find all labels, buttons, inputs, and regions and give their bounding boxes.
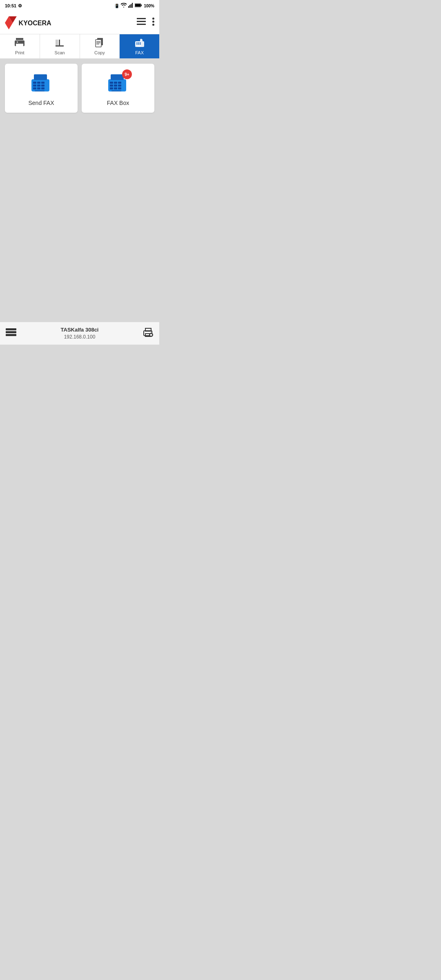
svg-rect-46 xyxy=(41,87,45,89)
svg-point-67 xyxy=(150,334,152,336)
svg-point-13 xyxy=(152,18,154,20)
wifi-icon xyxy=(121,3,127,9)
svg-rect-57 xyxy=(114,87,117,89)
svg-rect-53 xyxy=(110,85,113,87)
main-content: Send FAX xyxy=(0,59,159,322)
status-bar-left: 10:51 ⚙ xyxy=(5,3,22,9)
svg-rect-37 xyxy=(34,74,47,80)
svg-rect-58 xyxy=(118,87,121,89)
bottom-device-info[interactable]: TASKalfa 308ci 192.168.0.100 xyxy=(22,326,137,341)
svg-point-14 xyxy=(152,21,154,23)
svg-rect-38 xyxy=(33,82,36,84)
svg-rect-61 xyxy=(6,331,16,333)
svg-rect-3 xyxy=(132,3,133,8)
printer-settings-icon[interactable] xyxy=(137,327,159,340)
svg-rect-35 xyxy=(137,46,140,47)
svg-rect-24 xyxy=(96,40,101,47)
tab-copy[interactable]: Copy xyxy=(80,34,120,58)
signal-icon xyxy=(128,3,133,9)
svg-text:KYOCERA: KYOCERA xyxy=(19,19,51,26)
header-icons xyxy=(137,18,154,28)
printer-select-icon[interactable] xyxy=(0,328,22,339)
vibrate-icon: 📳 xyxy=(114,4,119,8)
app-header: KYOCERA xyxy=(0,11,159,34)
svg-rect-27 xyxy=(96,44,99,45)
tab-print-label: Print xyxy=(15,50,24,55)
svg-rect-41 xyxy=(33,85,36,87)
svg-rect-2 xyxy=(131,4,131,8)
list-view-icon[interactable] xyxy=(137,18,146,27)
status-bar-right: 📳 100% xyxy=(114,3,154,9)
svg-rect-51 xyxy=(114,82,117,84)
svg-point-15 xyxy=(152,24,154,26)
svg-rect-19 xyxy=(17,42,18,42)
svg-rect-25 xyxy=(96,41,100,42)
kyocera-logo: KYOCERA xyxy=(5,16,64,29)
svg-rect-50 xyxy=(110,82,113,84)
fax-box-card[interactable]: 9+ FAX Box xyxy=(82,64,154,113)
svg-rect-0 xyxy=(128,6,129,8)
svg-rect-43 xyxy=(41,85,45,87)
svg-rect-6 xyxy=(141,4,142,6)
svg-rect-21 xyxy=(59,40,60,45)
device-name: TASKalfa 308ci xyxy=(61,326,99,334)
svg-rect-18 xyxy=(16,44,23,47)
print-icon xyxy=(14,38,25,49)
battery-percent: 100% xyxy=(144,4,154,8)
svg-rect-40 xyxy=(41,82,45,84)
scan-icon xyxy=(55,38,65,49)
tab-scan-label: Scan xyxy=(55,50,65,55)
svg-rect-62 xyxy=(6,334,16,336)
svg-rect-20 xyxy=(56,45,64,47)
tab-bar: Print Scan Copy xyxy=(0,34,159,59)
svg-rect-39 xyxy=(37,82,40,84)
svg-rect-1 xyxy=(129,5,130,8)
tab-print[interactable]: Print xyxy=(0,34,40,58)
send-fax-label: Send FAX xyxy=(28,100,54,106)
copy-icon xyxy=(95,38,105,49)
svg-rect-56 xyxy=(110,87,113,89)
svg-rect-5 xyxy=(135,4,140,7)
send-fax-icon xyxy=(28,70,54,96)
svg-rect-22 xyxy=(56,40,58,45)
tab-fax[interactable]: FAX xyxy=(120,34,159,58)
svg-rect-32 xyxy=(136,44,138,45)
fax-box-badge: 9+ xyxy=(122,69,132,79)
settings-status-icon: ⚙ xyxy=(18,3,22,9)
tab-scan[interactable]: Scan xyxy=(40,34,80,58)
svg-rect-31 xyxy=(140,42,141,43)
svg-rect-45 xyxy=(37,87,40,89)
svg-rect-42 xyxy=(37,85,40,87)
svg-rect-16 xyxy=(16,38,23,40)
svg-rect-47 xyxy=(35,90,45,91)
svg-rect-33 xyxy=(138,44,139,45)
bottom-bar: TASKalfa 308ci 192.168.0.100 xyxy=(0,322,159,345)
svg-rect-12 xyxy=(137,24,146,25)
svg-rect-34 xyxy=(140,44,141,45)
tab-fax-label: FAX xyxy=(135,50,144,55)
svg-rect-29 xyxy=(136,42,138,43)
send-fax-card[interactable]: Send FAX xyxy=(5,64,78,113)
time-display: 10:51 xyxy=(5,3,16,8)
fax-tab-icon xyxy=(134,38,145,49)
svg-rect-59 xyxy=(111,90,121,91)
svg-rect-55 xyxy=(118,85,121,87)
svg-rect-10 xyxy=(137,18,146,19)
status-bar: 10:51 ⚙ 📳 xyxy=(0,0,159,11)
svg-rect-52 xyxy=(118,82,121,84)
svg-rect-26 xyxy=(96,42,100,43)
battery-icon xyxy=(135,3,142,8)
tab-copy-label: Copy xyxy=(94,50,105,55)
svg-rect-11 xyxy=(137,21,146,22)
fax-box-label: FAX Box xyxy=(107,100,129,106)
device-ip: 192.168.0.100 xyxy=(64,334,96,341)
svg-rect-44 xyxy=(33,87,36,89)
more-options-icon[interactable] xyxy=(152,18,154,28)
fax-box-icon: 9+ xyxy=(105,70,131,96)
svg-rect-30 xyxy=(138,42,139,43)
svg-rect-60 xyxy=(6,328,16,330)
svg-rect-54 xyxy=(114,85,117,87)
logo-container: KYOCERA xyxy=(5,16,64,29)
